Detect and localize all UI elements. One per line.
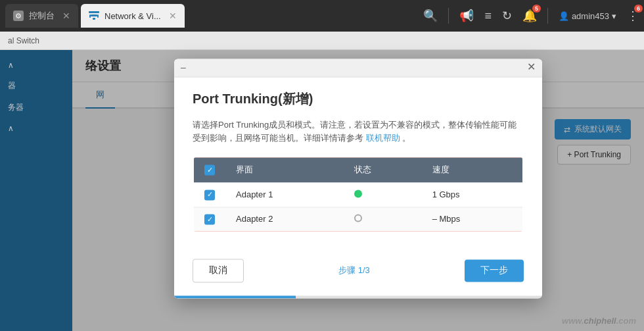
divider-1 <box>448 8 449 24</box>
list-icon[interactable]: ≡ <box>484 9 492 23</box>
row2-status <box>344 207 421 232</box>
table-row: ✓ Adapter 2 – Mbps <box>193 207 523 232</box>
svg-rect-0 <box>89 11 99 13</box>
next-button[interactable]: 下一步 <box>465 260 524 282</box>
col-speed: 速度 <box>422 157 523 183</box>
row2-speed: – Mbps <box>422 207 523 232</box>
row2-checkbox-cell: ✓ <box>193 207 225 232</box>
dialog-footer: 取消 步骤 1/3 下一步 <box>174 249 542 296</box>
dialog-desc-text: 请选择Port Trunking成员和模式。请注意，若设置为不兼容的模式，整体传… <box>193 120 517 143</box>
tab-network-label: Network & Vi... <box>104 11 161 21</box>
tab-control-label: 控制台 <box>29 10 55 22</box>
divider-2 <box>547 8 548 24</box>
more-badge: 6 <box>634 5 643 13</box>
tab-network-close[interactable]: ✕ <box>169 11 177 21</box>
col-interface: 界面 <box>225 157 344 183</box>
col-interface-label: 界面 <box>236 165 253 175</box>
cancel-button[interactable]: 取消 <box>193 259 244 283</box>
dialog-header-bar: – ✕ <box>174 59 542 77</box>
dialog-progress-fill <box>174 296 296 299</box>
bell-container: 🔔 5 <box>522 9 537 23</box>
svg-rect-1 <box>91 14 97 16</box>
sidebar-item-device[interactable]: 器 <box>0 75 72 97</box>
sidebar-section-top: ∧ 器 务器 ∧ <box>0 50 72 143</box>
sidebar-server-label: 务器 <box>8 102 24 113</box>
dialog-progress-bar <box>174 296 542 299</box>
col-status-label: 状态 <box>354 165 371 175</box>
header-checkbox[interactable]: ✓ <box>204 165 215 176</box>
row1-checkbox[interactable]: ✓ <box>204 190 215 200</box>
dialog-desc-end: 。 <box>402 134 411 143</box>
col-status: 状态 <box>344 157 421 183</box>
sidebar-chevron-top[interactable]: ∧ <box>0 55 72 75</box>
status-offline-icon <box>354 215 362 222</box>
title-bar-right: 🔍 📢 ≡ ↻ 🔔 5 👤 admin453 ▾ ⋮ 6 <box>423 8 639 24</box>
table-body: ✓ Adapter 1 1 Gbps ✓ Ada <box>193 183 523 232</box>
more-container: ⋮ 6 <box>627 9 639 23</box>
search-icon[interactable]: 🔍 <box>423 9 438 23</box>
refresh-icon[interactable]: ↻ <box>502 9 512 23</box>
row1-name: Adapter 1 <box>225 183 344 207</box>
status-online-icon <box>354 190 362 197</box>
breadcrumb-bar: al Switch <box>0 32 644 50</box>
help-link[interactable]: 联机帮助 <box>366 134 400 143</box>
breadcrumb: al Switch <box>8 36 39 45</box>
sidebar: ∧ 器 务器 ∧ <box>0 50 72 331</box>
svg-rect-4 <box>93 18 95 20</box>
table-row: ✓ Adapter 1 1 Gbps <box>193 183 523 207</box>
dialog-body: Port Trunking(新增) 请选择Port Trunking成员和模式。… <box>174 77 542 249</box>
bell-badge: 5 <box>532 5 541 13</box>
close-icon[interactable]: ✕ <box>527 62 536 72</box>
row1-speed: 1 Gbps <box>422 183 523 207</box>
title-bar: ⚙ 控制台 ✕ Network & Vi... ✕ 🔍 📢 ≡ ↻ 🔔 5 <box>0 0 644 32</box>
user-menu[interactable]: 👤 admin453 ▾ <box>559 11 616 21</box>
col-checkbox: ✓ <box>193 157 225 183</box>
svg-rect-2 <box>89 14 91 18</box>
content-area: 络设置 网 ⇄ 系统默认网关 + Port Trunking <box>72 50 644 331</box>
speaker-icon[interactable]: 📢 <box>459 9 474 23</box>
chevron-down-icon: ∧ <box>8 124 14 133</box>
chevron-up-icon: ∧ <box>8 61 14 70</box>
username-label: admin453 <box>572 11 609 21</box>
port-trunking-dialog: – ✕ Port Trunking(新增) 请选择Port Trunking成员… <box>174 59 542 299</box>
svg-rect-3 <box>97 14 99 18</box>
network-icon <box>89 11 99 21</box>
user-icon: 👤 <box>559 11 569 21</box>
table-header: ✓ 界面 状态 速度 <box>193 157 523 183</box>
dialog-title: Port Trunking(新增) <box>193 90 524 108</box>
sidebar-chevron-middle[interactable]: ∧ <box>0 118 72 138</box>
row1-checkbox-cell: ✓ <box>193 183 225 207</box>
minimize-icon[interactable]: – <box>181 62 186 72</box>
dialog-description: 请选择Port Trunking成员和模式。请注意，若设置为不兼容的模式，整体传… <box>193 118 524 146</box>
sidebar-device-label: 器 <box>8 80 16 91</box>
main-layout: ∧ 器 务器 ∧ 络设置 网 <box>0 50 644 331</box>
sidebar-item-server[interactable]: 务器 <box>0 97 72 118</box>
row2-checkbox[interactable]: ✓ <box>204 215 215 225</box>
row2-name: Adapter 2 <box>225 207 344 232</box>
tab-control-close[interactable]: ✕ <box>62 11 70 21</box>
row1-status <box>344 183 421 207</box>
tab-control[interactable]: ⚙ 控制台 ✕ <box>5 4 78 28</box>
gear-icon: ⚙ <box>13 11 24 21</box>
col-speed-label: 速度 <box>432 165 449 175</box>
step-indicator: 步骤 1/3 <box>338 265 370 277</box>
user-dropdown-icon: ▾ <box>612 11 616 21</box>
adapter-table: ✓ 界面 状态 速度 <box>193 157 524 233</box>
tab-network[interactable]: Network & Vi... ✕ <box>81 4 185 28</box>
